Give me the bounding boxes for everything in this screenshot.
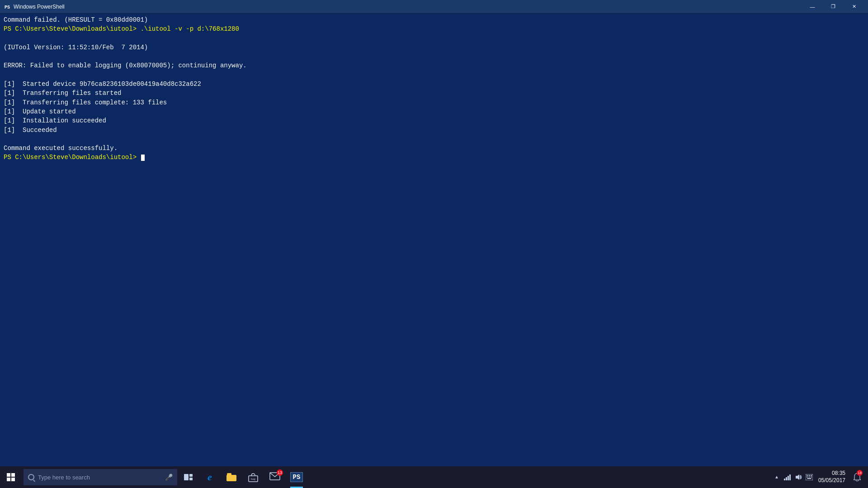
mail-icon-wrap: 13 — [269, 472, 280, 483]
search-placeholder: Type here to search — [38, 474, 90, 481]
net-bar-3 — [788, 476, 789, 480]
minimize-button[interactable]: — — [802, 0, 823, 14]
tv-rect-1 — [184, 474, 189, 480]
start-button[interactable] — [0, 466, 22, 488]
system-tray: ▲ — [769, 466, 868, 488]
folder-icon — [226, 473, 236, 481]
notification-button[interactable]: 18 — [850, 466, 864, 488]
taskbar-search[interactable]: Type here to search 🎤 — [24, 469, 177, 485]
cursor — [141, 155, 145, 161]
network-icon[interactable] — [783, 473, 792, 482]
folder-body — [226, 475, 236, 481]
tv-rects-right — [189, 474, 193, 480]
powershell-taskbar-item[interactable]: PS — [286, 466, 307, 488]
net-bar-4 — [789, 474, 791, 480]
svg-text:bag: bag — [251, 477, 256, 481]
svg-rect-9 — [808, 475, 810, 476]
search-icon — [28, 474, 34, 480]
svg-rect-14 — [807, 478, 811, 479]
svg-rect-10 — [811, 475, 812, 476]
svg-rect-8 — [807, 475, 808, 476]
store-icon: bag — [248, 472, 258, 482]
maximize-button[interactable]: ❐ — [823, 0, 844, 14]
windows-logo-icon — [7, 473, 15, 481]
chevron-up-icon: ▲ — [775, 475, 778, 480]
clock-date: 05/05/2017 — [818, 477, 845, 484]
volume-icon[interactable] — [794, 473, 803, 482]
store-taskbar-item[interactable]: bag — [242, 466, 264, 488]
svg-text:PS: PS — [5, 5, 10, 10]
notification-badge: 18 — [857, 470, 863, 476]
speaker-icon — [795, 474, 802, 481]
mail-taskbar-item[interactable]: 13 — [264, 466, 286, 488]
net-bar-1 — [784, 479, 785, 480]
mail-badge: 13 — [277, 469, 283, 476]
clock[interactable]: 08:35 05/05/2017 — [816, 470, 848, 484]
microphone-icon[interactable]: 🎤 — [165, 474, 173, 481]
task-view-button[interactable] — [177, 466, 199, 488]
task-view-icon — [184, 474, 193, 480]
powershell-icon: PS — [290, 472, 303, 482]
terminal-output: Command failed. (HRESULT = 0x80dd0001) P… — [4, 15, 864, 162]
titlebar-icon: PS — [4, 3, 11, 10]
svg-rect-12 — [808, 477, 810, 478]
svg-rect-11 — [807, 477, 808, 478]
clock-time: 08:35 — [832, 470, 845, 477]
svg-marker-6 — [796, 474, 799, 480]
terminal-window[interactable]: Command failed. (HRESULT = 0x80dd0001) P… — [0, 14, 868, 466]
titlebar-title: Windows PowerShell — [14, 4, 799, 10]
taskbar: Type here to search 🎤 e bag — [0, 466, 868, 488]
network-bars — [784, 474, 791, 480]
titlebar-controls: — ❐ ✕ — [802, 0, 864, 14]
edge-icon: e — [208, 471, 212, 483]
keyboard-icon[interactable] — [805, 473, 814, 482]
show-hidden-icons-button[interactable]: ▲ — [772, 473, 781, 482]
net-bar-2 — [786, 477, 787, 480]
close-button[interactable]: ✕ — [844, 0, 864, 14]
tv-rect-2 — [189, 474, 193, 477]
svg-rect-13 — [811, 477, 812, 478]
file-explorer-taskbar-item[interactable] — [221, 466, 242, 488]
title-bar: PS Windows PowerShell — ❐ ✕ — [0, 0, 868, 14]
edge-taskbar-item[interactable]: e — [199, 466, 221, 488]
tv-rect-3 — [189, 478, 193, 480]
keyboard-icon-shape — [806, 474, 813, 480]
